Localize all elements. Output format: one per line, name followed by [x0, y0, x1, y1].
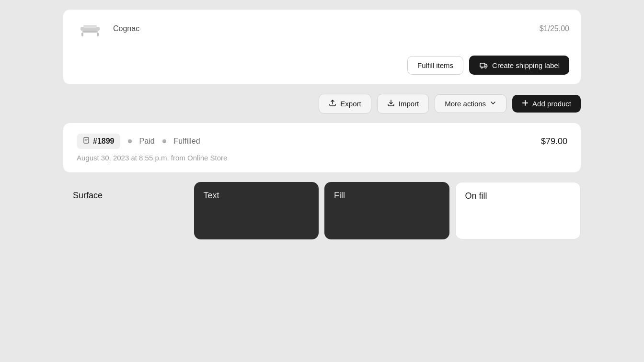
order-header: #1899 Paid Fulfilled $79.00	[77, 134, 567, 149]
order-date: August 30, 2023 at 8:55 p.m. from Online…	[77, 154, 567, 162]
swatch-fill: Fill	[324, 182, 449, 239]
more-actions-label: More actions	[445, 100, 486, 108]
svg-point-7	[485, 67, 486, 68]
svg-rect-5	[480, 63, 485, 67]
swatch-text: Text	[194, 182, 319, 239]
product-row: Cognac $1/25.00	[63, 10, 581, 48]
product-image	[75, 17, 105, 40]
export-button[interactable]: Export	[319, 94, 371, 113]
toolbar: Export Import More actions Add product	[63, 94, 581, 113]
more-actions-button[interactable]: More actions	[435, 94, 506, 113]
export-label: Export	[340, 100, 361, 108]
chevron-down-icon	[490, 100, 496, 108]
swatch-surface-label: Surface	[73, 191, 103, 201]
order-id-badge[interactable]: #1899	[77, 134, 120, 149]
import-label: Import	[399, 100, 419, 108]
svg-point-6	[481, 67, 483, 68]
import-icon	[387, 99, 395, 108]
swatch-surface: Surface	[63, 182, 188, 239]
product-card: Cognac $1/25.00 Fulfill items Create shi…	[63, 10, 581, 84]
product-price: $1/25.00	[540, 24, 569, 33]
svg-rect-4	[83, 25, 97, 28]
order-id: #1899	[93, 137, 115, 146]
swatch-on-fill-label: On fill	[465, 191, 487, 201]
svg-rect-2	[81, 33, 83, 36]
import-button[interactable]: Import	[377, 94, 429, 113]
svg-rect-1	[82, 31, 98, 33]
create-shipping-label-button[interactable]: Create shipping label	[469, 56, 569, 75]
fulfilled-status-dot	[162, 139, 166, 143]
paid-status-label: Paid	[139, 137, 155, 146]
create-shipping-label-text: Create shipping label	[492, 61, 560, 69]
shipping-icon	[479, 60, 488, 70]
card-actions: Fulfill items Create shipping label	[63, 48, 581, 84]
swatch-on-fill: On fill	[455, 182, 581, 239]
swatch-fill-label: Fill	[334, 191, 345, 201]
svg-rect-3	[97, 33, 99, 36]
order-price: $79.00	[541, 136, 567, 147]
fulfill-items-button[interactable]: Fulfill items	[407, 56, 463, 75]
swatches-row: Surface Text Fill On fill	[63, 182, 581, 239]
paid-status-dot	[128, 139, 132, 143]
fulfilled-status-label: Fulfilled	[174, 137, 200, 146]
order-card: #1899 Paid Fulfilled $79.00 August 30, 2…	[63, 123, 581, 172]
svg-rect-8	[84, 137, 89, 143]
add-product-button[interactable]: Add product	[512, 95, 581, 113]
product-name: Cognac	[113, 24, 139, 33]
export-icon	[329, 99, 336, 108]
plus-icon	[522, 100, 529, 108]
order-icon	[82, 136, 90, 146]
swatch-text-label: Text	[204, 191, 219, 201]
add-product-label: Add product	[532, 100, 571, 108]
